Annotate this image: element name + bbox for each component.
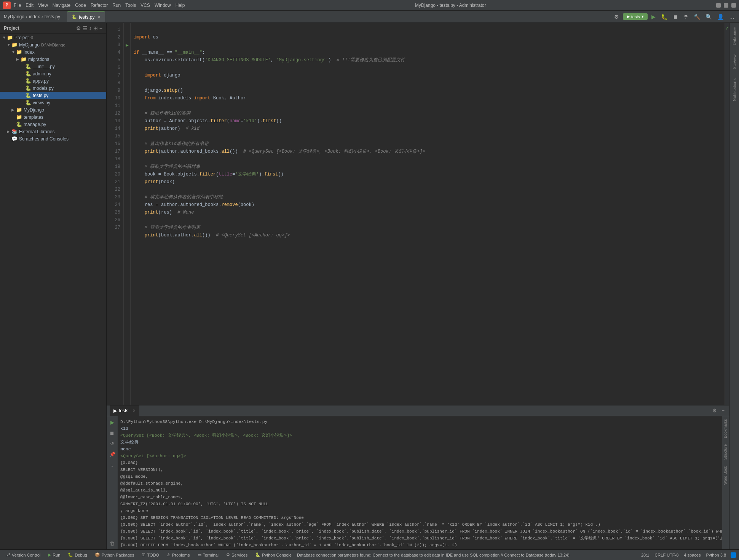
tree-item-views[interactable]: 🐍 views.py: [0, 99, 106, 106]
run-again-button[interactable]: ▶: [108, 418, 117, 427]
run-config-button[interactable]: ▶ tests ▾: [623, 13, 648, 20]
coverage-button[interactable]: ☂: [682, 13, 690, 21]
tree-item-label: __init__.py: [33, 64, 55, 69]
run-tab[interactable]: ▶ tests ✕: [110, 405, 139, 416]
structure-label[interactable]: Structure: [723, 441, 728, 463]
menu-file[interactable]: File: [14, 3, 21, 8]
tree-item-tests[interactable]: 🐍 tests.py: [0, 92, 106, 99]
status-terminal[interactable]: ▭ Terminal: [195, 552, 221, 557]
editor-tab-tests[interactable]: 🐍 tests.py ✕: [67, 11, 105, 22]
status-indent[interactable]: 4 spaces: [682, 553, 703, 557]
gear-icon: ⚙: [30, 35, 34, 40]
tree-item-label: apps.py: [33, 78, 49, 84]
sidebar-settings-icon[interactable]: ⚙: [76, 25, 81, 31]
tree-item-init[interactable]: 🐍 __init__.py: [0, 63, 106, 70]
tree-item-external-libraries[interactable]: ▶ 📚 External Libraries: [0, 128, 106, 135]
close-button[interactable]: [731, 3, 736, 8]
python-icon: 🐍: [25, 71, 31, 77]
validation-gutter: ✓: [725, 23, 729, 405]
tree-item-index[interactable]: ▼ 📁 index: [0, 48, 106, 56]
maximize-button[interactable]: [724, 3, 728, 8]
tree-item-mydjango-sub[interactable]: ▶ 📁 MyDjango: [0, 106, 106, 113]
profile-button[interactable]: 👤: [716, 13, 725, 21]
encoding-label: CRLF UTF-8: [654, 553, 678, 557]
menu-refactor[interactable]: Refactor: [91, 3, 108, 8]
stop-run-button[interactable]: ⏹: [108, 428, 117, 437]
debug-button[interactable]: 🐛: [659, 13, 669, 21]
sidebar-item-database[interactable]: Database: [731, 26, 737, 47]
tree-item-manage[interactable]: 🐍 manage.py: [0, 121, 106, 128]
menu-edit[interactable]: Edit: [26, 3, 34, 8]
tree-item-models[interactable]: 🐍 models.py: [0, 85, 106, 92]
sidebar-item-notifications[interactable]: Notifications: [731, 77, 737, 103]
status-python-packages[interactable]: 📦 Python Packages: [93, 552, 137, 557]
run-panel-settings-icon[interactable]: ⚙: [711, 407, 718, 414]
run-gutter: ▶: [124, 23, 131, 405]
run-panel-close-icon[interactable]: −: [720, 407, 726, 414]
menu-help[interactable]: Help: [176, 3, 185, 8]
run-panel-actions: ⚙ −: [711, 407, 726, 414]
content-area: Project ⚙ ☰ ↕ ⊞ − ▼ 📁 Project ⚙ ▼: [0, 23, 739, 549]
status-python-version[interactable]: Python 3.8: [704, 553, 728, 557]
breadcrumb-file[interactable]: tests.py: [45, 14, 60, 19]
tree-item-admin[interactable]: 🐍 admin.py: [0, 70, 106, 77]
tab-close-button[interactable]: ✕: [97, 15, 101, 19]
status-python-console[interactable]: 🐍 Python Console: [253, 552, 294, 557]
more-tools-button[interactable]: …: [728, 13, 736, 21]
settings-icon[interactable]: ⚙: [613, 13, 621, 21]
status-todo[interactable]: ☑ TODO: [139, 552, 161, 557]
menu-tools[interactable]: Tools: [125, 3, 136, 8]
build-button[interactable]: 🔨: [692, 13, 702, 21]
menu-vcs[interactable]: VCS: [140, 3, 150, 8]
pin-tab-button[interactable]: 📌: [108, 450, 117, 459]
menu-view[interactable]: View: [38, 3, 48, 8]
tree-item-apps[interactable]: 🐍 apps.py: [0, 77, 106, 85]
sidebar-item-sciview[interactable]: SciView: [731, 53, 737, 71]
sidebar-layout-icon[interactable]: ☰: [83, 25, 88, 31]
tree-item-migrations[interactable]: ▶ 📁 migrations: [0, 56, 106, 63]
db-log-line: {0.000} SELECT `index_book`.`id`, `index…: [120, 535, 720, 542]
tree-item-templates[interactable]: 📁 templates: [0, 113, 106, 121]
validation-ok-icon: ✓: [725, 25, 729, 31]
stop-button[interactable]: ⏹: [671, 13, 680, 21]
status-version-control[interactable]: ⎇ Version Control: [3, 552, 43, 557]
word-book-label[interactable]: Word Book: [723, 463, 728, 488]
toolbar-right: ⚙ ▶ tests ▾ ▶ 🐛 ⏹ ☂ 🔨 🔍 👤 …: [613, 13, 736, 21]
scroll-to-end-button[interactable]: ↓: [108, 460, 117, 469]
tree-item-project[interactable]: ▼ 📁 Project ⚙: [0, 34, 106, 41]
tree-item-mydjango-root[interactable]: ▼ 📁 MyDjango D:\MyDjango: [0, 41, 106, 48]
breadcrumb-project[interactable]: MyDjango: [4, 14, 24, 19]
menu-run[interactable]: Run: [112, 3, 121, 8]
run-button[interactable]: ▶: [650, 13, 657, 21]
status-position[interactable]: 28:1: [639, 553, 651, 557]
minimize-button[interactable]: [716, 3, 721, 8]
db-log-line: {0.000}: [120, 459, 720, 466]
sidebar-sort-icon[interactable]: ↕: [89, 25, 92, 31]
rerun-button[interactable]: ↺: [108, 439, 117, 448]
bookmarks-label[interactable]: Bookmarks: [723, 416, 728, 441]
trash-button[interactable]: 🗑: [108, 539, 117, 548]
status-debug[interactable]: 🐛 Debug: [65, 552, 89, 557]
breadcrumb-index[interactable]: index: [29, 14, 40, 19]
run-left-toolbar: ▶ ⏹ ↺ 📌 ↓ 🗑: [107, 416, 118, 549]
search-everywhere-button[interactable]: 🔍: [704, 13, 713, 21]
run-tab-close[interactable]: ✕: [132, 408, 136, 413]
output-queryset: <QuerySet [<Book: 文学经典>, <Book: 科幻小说集>, …: [120, 432, 720, 439]
status-bar: ⎇ Version Control ▶ Run 🐛 Debug 📦 Python…: [0, 549, 739, 560]
menu-code[interactable]: Code: [75, 3, 86, 8]
status-services[interactable]: ⚙ Services: [224, 552, 250, 557]
tree-arrow: ▶: [16, 57, 21, 61]
run-line-button[interactable]: ▶: [126, 43, 129, 47]
status-problems[interactable]: ⚠ Problems: [164, 552, 192, 557]
sidebar-expand-icon[interactable]: ⊞: [93, 25, 98, 31]
status-encoding[interactable]: CRLF UTF-8: [652, 553, 681, 557]
window-controls: [716, 3, 736, 8]
status-run[interactable]: ▶ Run: [46, 552, 62, 557]
menu-navigate[interactable]: Navigate: [53, 3, 70, 8]
sidebar-collapse-icon[interactable]: −: [99, 25, 102, 31]
tree-item-scratches[interactable]: 💬 Scratches and Consoles: [0, 135, 106, 142]
run-dropdown-icon: ▾: [642, 14, 644, 19]
menu-window[interactable]: Window: [155, 3, 171, 8]
python-icon: 🐍: [25, 64, 31, 69]
code-content[interactable]: import os if __name__ == "__main__": os.…: [131, 23, 725, 405]
